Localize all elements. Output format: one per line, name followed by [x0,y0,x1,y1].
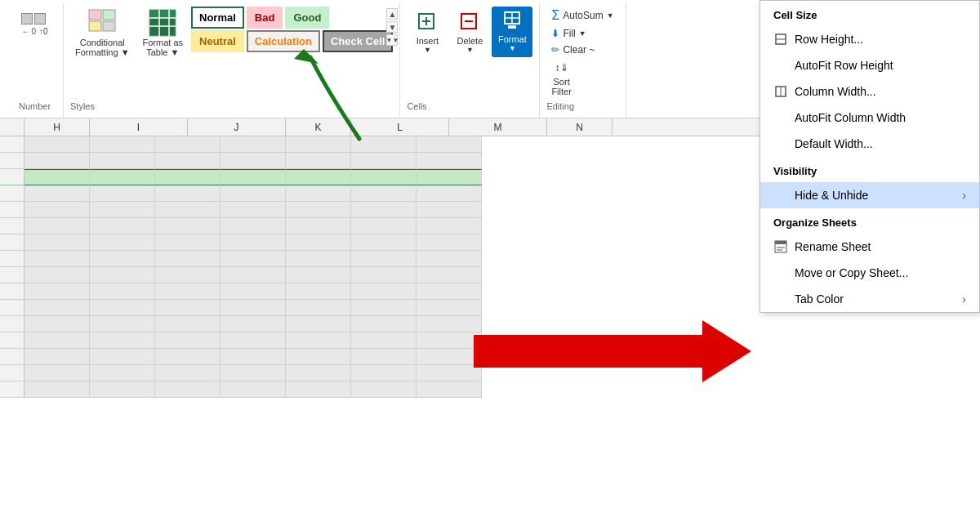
cell[interactable] [351,283,416,300]
cell[interactable] [220,218,286,234]
style-calculation[interactable]: Calculation [247,30,320,52]
cell-highlighted[interactable] [286,169,351,185]
cell[interactable] [220,300,286,316]
autofit-row-item[interactable]: AutoFit Row Height [760,52,979,78]
cell[interactable] [24,153,90,169]
style-check[interactable]: Check Cell [323,30,393,52]
cell[interactable] [286,267,351,283]
style-bad[interactable]: Bad [247,7,283,29]
cell[interactable] [220,332,286,349]
format-as-table-button[interactable]: Format asTable ▼ [138,7,189,59]
cell[interactable] [220,283,286,300]
cell[interactable] [416,283,482,300]
cell[interactable] [351,332,416,349]
cell[interactable] [24,332,90,349]
cell[interactable] [90,202,155,218]
cell[interactable] [351,218,416,234]
cell[interactable] [416,153,482,169]
cell[interactable] [286,316,351,332]
default-width-item[interactable]: Default Width... [760,131,979,157]
cell[interactable] [286,381,351,398]
cell[interactable] [351,153,416,169]
cell[interactable] [351,365,416,381]
cell[interactable] [220,267,286,283]
cell[interactable] [351,267,416,283]
cell[interactable] [24,349,90,365]
fill-button[interactable]: ⬇ Fill ▼ [546,26,618,41]
row-height-item[interactable]: Row Height... [760,26,979,52]
cell[interactable] [286,283,351,300]
cell[interactable] [24,136,90,153]
autosum-button[interactable]: Σ AutoSum ▼ [546,7,618,25]
cell[interactable] [416,234,482,251]
cell[interactable] [286,136,351,153]
sort-filter-button[interactable]: ↕⇓ Sort Filter [546,60,576,98]
cell[interactable] [220,316,286,332]
cell[interactable] [90,381,155,398]
cell[interactable] [351,136,416,153]
cell[interactable] [24,234,90,251]
cell[interactable] [220,185,286,202]
cell[interactable] [351,234,416,251]
delete-button[interactable]: Delete ▼ [449,7,490,57]
cell[interactable] [24,283,90,300]
tab-color-item[interactable]: Tab Color › [760,286,979,312]
cell[interactable] [155,136,220,153]
cell[interactable] [90,218,155,234]
cell[interactable] [24,218,90,234]
cell[interactable] [286,202,351,218]
cell[interactable] [155,332,220,349]
cell[interactable] [416,316,482,332]
cell[interactable] [286,349,351,365]
cell[interactable] [286,251,351,267]
move-copy-item[interactable]: Move or Copy Sheet... [760,260,979,286]
cell[interactable] [351,316,416,332]
cell-highlighted[interactable] [155,169,220,185]
cell[interactable] [90,136,155,153]
cell[interactable] [24,202,90,218]
cell-highlighted[interactable] [351,169,416,185]
cell-highlighted[interactable] [220,169,286,185]
cell[interactable] [90,332,155,349]
cell[interactable] [90,300,155,316]
cell[interactable] [286,218,351,234]
style-good[interactable]: Good [285,7,329,29]
cell[interactable] [416,136,482,153]
cell[interactable] [155,202,220,218]
cell[interactable] [286,365,351,381]
cell[interactable] [351,251,416,267]
cell[interactable] [286,332,351,349]
styles-scroll-down[interactable]: ▼ [386,21,398,33]
cell-highlighted[interactable] [90,169,155,185]
cell[interactable] [351,202,416,218]
cell[interactable] [220,251,286,267]
cell[interactable] [155,185,220,202]
cell[interactable] [416,332,482,349]
cell[interactable] [155,349,220,365]
style-normal[interactable]: Normal [191,7,244,29]
cell[interactable] [155,251,220,267]
cell[interactable] [90,251,155,267]
cell[interactable] [24,365,90,381]
cell[interactable] [155,381,220,398]
rename-sheet-item[interactable]: Rename Sheet [760,234,979,260]
cell[interactable] [220,381,286,398]
cell[interactable] [416,365,482,381]
cell-highlighted[interactable] [416,169,482,185]
cell[interactable] [286,185,351,202]
cell[interactable] [220,153,286,169]
cell[interactable] [416,381,482,398]
cell[interactable] [24,185,90,202]
cell[interactable] [24,316,90,332]
cell[interactable] [90,316,155,332]
cell[interactable] [155,153,220,169]
cell[interactable] [351,300,416,316]
cell[interactable] [220,349,286,365]
hide-unhide-item[interactable]: Hide & Unhide › [760,182,979,208]
cell[interactable] [155,316,220,332]
cell[interactable] [155,365,220,381]
cell[interactable] [155,267,220,283]
cell[interactable] [90,283,155,300]
cell[interactable] [24,300,90,316]
cell[interactable] [416,218,482,234]
